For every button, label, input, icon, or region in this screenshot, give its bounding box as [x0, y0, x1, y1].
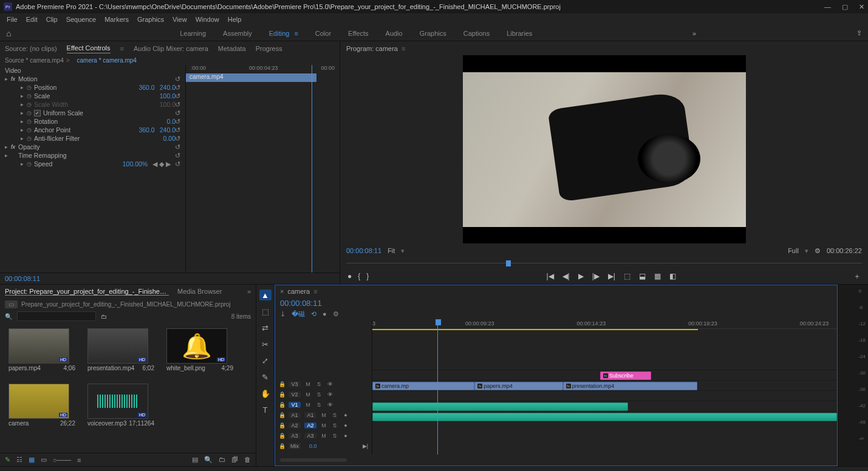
button-editor-icon[interactable]: ＋ — [853, 271, 861, 282]
reset-icon[interactable]: ↺ — [175, 135, 180, 143]
solo-icon[interactable]: S — [331, 433, 338, 439]
stopwatch-icon[interactable]: ◷ — [27, 110, 34, 116]
go-to-out-icon[interactable]: ▶| — [608, 272, 615, 280]
settings-icon[interactable]: ⚙ — [815, 247, 821, 255]
stopwatch-icon[interactable]: ◷ — [27, 135, 34, 141]
workspace-tab-color[interactable]: Color — [315, 29, 331, 38]
comparison-view-icon[interactable]: ◧ — [669, 272, 676, 280]
stopwatch-icon[interactable]: ◷ — [27, 101, 34, 107]
export-frame-icon[interactable]: ▦ — [654, 272, 661, 280]
project-item[interactable]: 🔔HDwhite_bell.png4;29 — [166, 328, 233, 371]
new-bin-footer-icon[interactable]: 🗀 — [219, 456, 225, 464]
source-tab[interactable]: Progress — [256, 45, 282, 52]
reset-icon[interactable]: ↺ — [175, 84, 180, 92]
tool-pen[interactable]: ✎ — [259, 371, 272, 382]
lock-icon[interactable]: 🔒 — [279, 433, 285, 439]
toggle-output-icon[interactable]: 👁 — [326, 391, 333, 398]
find-icon[interactable]: 🔍 — [204, 456, 213, 464]
timeline-timecode[interactable]: 00:00:08:11 — [280, 299, 322, 308]
source-tab[interactable]: Metadata — [218, 45, 246, 52]
ec-prop-value[interactable]: 360.0 — [138, 126, 154, 134]
play-icon[interactable]: ▶ — [578, 272, 584, 280]
disclosure-icon[interactable]: ▸ — [21, 135, 27, 141]
project-search-input[interactable] — [17, 311, 96, 321]
solo-icon[interactable]: S — [331, 422, 338, 429]
voiceover-icon[interactable]: ● — [342, 422, 349, 429]
tool-selection[interactable]: ▲ — [259, 290, 272, 300]
mute-icon[interactable]: M — [304, 381, 312, 387]
timeline-zoom-bar[interactable] — [275, 455, 837, 466]
linked-selection-icon[interactable]: ⟲ — [311, 310, 316, 318]
ec-playhead[interactable] — [312, 65, 312, 273]
timeline-tracks[interactable]: 300:00:09:2300:00:14:2300:00:19:2300:00:… — [372, 319, 837, 455]
track-target[interactable]: A3 — [304, 433, 316, 439]
reset-icon[interactable]: ↺ — [175, 152, 180, 160]
go-to-in-icon[interactable]: |◀ — [546, 272, 553, 280]
reset-icon[interactable]: ↺ — [175, 101, 180, 109]
solo-icon[interactable]: S — [331, 412, 338, 418]
track-header-v2[interactable]: 🔒V2MS👁 — [275, 389, 372, 399]
menu-markers[interactable]: Markers — [100, 16, 133, 23]
clip-audio[interactable] — [372, 413, 837, 421]
solo-icon[interactable]: S — [315, 391, 323, 398]
ec-prop-value[interactable]: 100.0 — [160, 92, 176, 100]
voiceover-icon[interactable]: ● — [342, 433, 349, 439]
track-header-v1[interactable]: 🔒V1MS👁 — [275, 399, 372, 410]
tool-track-select[interactable]: ⬚ — [259, 306, 272, 317]
track-target[interactable]: A1 — [304, 412, 316, 418]
lock-icon[interactable]: 🔒 — [279, 443, 285, 449]
source-tab[interactable]: Audio Clip Mixer: camera — [134, 45, 208, 52]
track-target[interactable]: A2 — [304, 422, 316, 429]
track-header-a1[interactable]: 🔒A1A1MS● — [275, 410, 372, 420]
program-monitor[interactable] — [340, 55, 868, 243]
marker-icon[interactable]: ● — [323, 310, 327, 317]
timeline-ruler[interactable]: 300:00:09:2300:00:14:2300:00:19:2300:00:… — [372, 319, 837, 329]
add-marker-icon[interactable]: ● — [347, 272, 352, 280]
project-thumbnail[interactable]: HD — [87, 384, 148, 419]
mute-icon[interactable]: M — [320, 412, 327, 418]
track-row[interactable] — [372, 361, 837, 370]
effect-controls-timeline[interactable]: :00:0000:00:04:2300:00 camera.mp4 — [185, 65, 340, 273]
disclosure-icon[interactable]: ▸ — [21, 161, 27, 167]
close-button[interactable]: ✕ — [859, 3, 864, 11]
lock-icon[interactable]: 🔒 — [279, 422, 285, 429]
stopwatch-icon[interactable]: ◷ — [27, 93, 34, 99]
ec-group-label[interactable]: Opacity — [18, 143, 180, 151]
project-thumbnail[interactable]: HD — [9, 384, 69, 419]
workspace-tab-audio[interactable]: Audio — [386, 29, 403, 38]
zoom-dropdown[interactable]: Full — [788, 247, 799, 254]
ec-clip-bar[interactable]: camera.mp4 — [186, 73, 316, 82]
clip-video[interactable]: fxpapers.mp4 — [474, 382, 562, 390]
workspace-tab-libraries[interactable]: Libraries — [507, 29, 532, 38]
new-item-icon[interactable]: ✎ — [5, 456, 10, 464]
menu-help[interactable]: Help — [224, 16, 246, 23]
home-icon[interactable]: ⌂ — [6, 29, 11, 38]
workspace-tab-editing[interactable]: Editing — [269, 29, 290, 38]
workspace-tab-graphics[interactable]: Graphics — [420, 29, 446, 38]
track-header-a3[interactable]: 🔒A3A3MS● — [275, 430, 372, 441]
sort-icon[interactable]: ≡ — [77, 456, 81, 464]
solo-icon[interactable]: S — [315, 402, 323, 408]
fx-badge[interactable]: fx — [11, 76, 18, 82]
project-thumbnail[interactable]: 🔔HD — [166, 328, 227, 364]
mark-in-icon[interactable]: { — [358, 272, 360, 280]
reset-icon[interactable]: ↺ — [175, 126, 180, 134]
step-back-icon[interactable]: ◀| — [562, 272, 570, 280]
ec-prop-value[interactable]: 0.0 — [166, 118, 176, 125]
program-scrubber[interactable] — [346, 259, 862, 268]
project-item[interactable]: HDpapers.mp44;06 — [9, 328, 75, 371]
project-overflow-icon[interactable]: » — [247, 288, 251, 295]
timeline-settings-icon[interactable]: ⚙ — [333, 310, 339, 318]
reset-icon[interactable]: ↺ — [175, 75, 180, 83]
mute-icon[interactable]: M — [320, 422, 327, 429]
mute-icon[interactable]: M — [304, 402, 312, 408]
disclosure-icon[interactable]: ▸ — [21, 84, 27, 90]
stopwatch-icon[interactable]: ◷ — [27, 127, 34, 133]
disclosure-icon[interactable]: ▸ — [21, 118, 27, 124]
source-tab[interactable]: Effect Controls — [67, 44, 111, 53]
mix-value[interactable]: 0.0 — [309, 443, 317, 449]
track-header-v3[interactable]: 🔒V3MS👁 — [275, 379, 372, 389]
project-item[interactable]: HDcamera26;22 — [9, 384, 75, 427]
tool-razor[interactable]: ✂ — [259, 339, 272, 350]
program-timecode[interactable]: 00:00:08:11 — [346, 247, 381, 254]
